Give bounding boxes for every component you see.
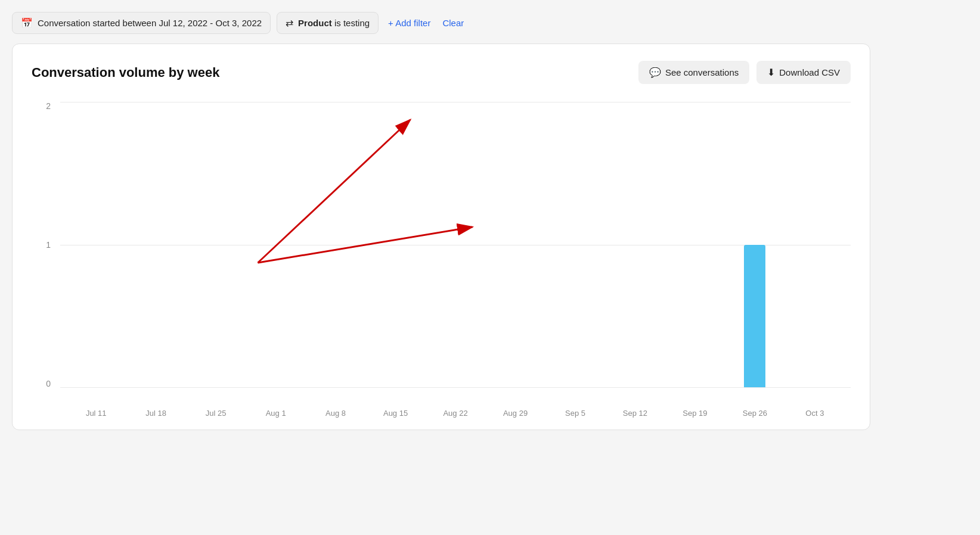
bar-slot [426, 102, 485, 387]
x-label-slot: Aug 15 [365, 409, 425, 418]
download-csv-button[interactable]: ⬇ Download CSV [756, 61, 851, 84]
x-label-slot: Aug 29 [485, 409, 545, 418]
chart-card: Conversation volume by week 💬 See conver… [12, 43, 870, 430]
product-filter-label: Product is testing [298, 18, 370, 28]
bar-slot [785, 102, 845, 387]
chart-plot [60, 102, 851, 388]
bar-slot [545, 102, 605, 387]
y-label-0: 0 [46, 380, 51, 388]
toolbar: 📅 Conversation started between Jul 12, 2… [12, 12, 466, 34]
x-label: Aug 1 [266, 409, 286, 418]
y-label-1: 1 [46, 241, 51, 249]
bars-container [60, 102, 851, 387]
x-label-slot: Sep 5 [545, 409, 605, 418]
swap-icon: ⇄ [286, 17, 293, 29]
x-label-slot: Sep 26 [725, 409, 784, 418]
x-label: Aug 29 [503, 409, 528, 418]
bar-slot [665, 102, 725, 387]
x-label-slot: Sep 12 [605, 409, 665, 418]
x-label: Aug 15 [383, 409, 408, 418]
bar [744, 245, 765, 388]
x-label: Sep 26 [743, 409, 767, 418]
x-label-slot: Sep 19 [665, 409, 725, 418]
bar-slot [365, 102, 425, 387]
bar-slot [186, 102, 246, 387]
x-label-slot: Jul 18 [126, 409, 185, 418]
bar-slot [66, 102, 126, 387]
x-label-slot: Aug 8 [306, 409, 365, 418]
x-label-slot: Aug 1 [246, 409, 305, 418]
chart-area: 2 1 0 Jul 11Jul 18Jul 25Aug 1Aug 8Aug 15… [32, 102, 851, 418]
x-label-slot: Jul 25 [186, 409, 246, 418]
x-label: Sep 12 [623, 409, 647, 418]
x-label-slot: Oct 3 [785, 409, 845, 418]
date-filter-label: Conversation started between Jul 12, 202… [38, 18, 262, 28]
chart-header: Conversation volume by week 💬 See conver… [32, 61, 851, 84]
x-label: Aug 22 [443, 409, 467, 418]
bar-slot [126, 102, 185, 387]
calendar-icon: 📅 [21, 17, 33, 29]
x-label: Aug 8 [325, 409, 346, 418]
x-label: Sep 5 [565, 409, 585, 418]
bar-slot [246, 102, 305, 387]
chart-title: Conversation volume by week [32, 65, 219, 80]
x-label: Oct 3 [805, 409, 824, 418]
x-label-slot: Jul 11 [66, 409, 126, 418]
bar-slot [306, 102, 365, 387]
bar-slot [485, 102, 545, 387]
bar-slot [725, 102, 784, 387]
x-label: Jul 25 [206, 409, 227, 418]
y-axis: 2 1 0 [32, 102, 55, 388]
chart-actions: 💬 See conversations ⬇ Download CSV [638, 61, 851, 84]
chat-icon: 💬 [649, 67, 661, 78]
x-label: Sep 19 [683, 409, 707, 418]
product-filter-badge[interactable]: ⇄ Product is testing [277, 12, 379, 34]
x-label: Jul 18 [145, 409, 166, 418]
date-filter-badge[interactable]: 📅 Conversation started between Jul 12, 2… [12, 12, 271, 34]
see-conversations-button[interactable]: 💬 See conversations [638, 61, 749, 84]
bar-slot [605, 102, 665, 387]
x-axis: Jul 11Jul 18Jul 25Aug 1Aug 8Aug 15Aug 22… [60, 388, 851, 418]
clear-button[interactable]: Clear [440, 13, 466, 33]
download-icon: ⬇ [767, 67, 775, 78]
y-label-2: 2 [46, 102, 51, 110]
add-filter-button[interactable]: + Add filter [384, 13, 434, 33]
x-label-slot: Aug 22 [426, 409, 485, 418]
x-label: Jul 11 [86, 409, 107, 418]
